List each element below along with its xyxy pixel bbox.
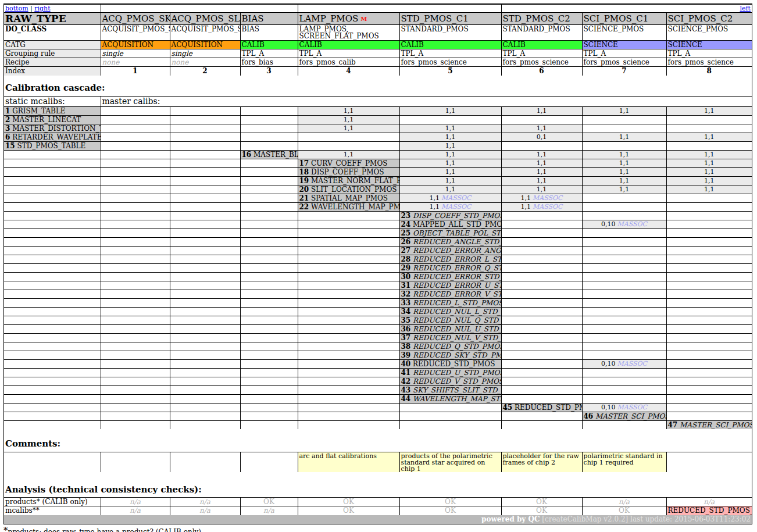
empty-cell (666, 394, 752, 403)
massoc-link[interactable]: MASSOC (617, 404, 647, 411)
empty-cell (101, 124, 170, 133)
massoc-link[interactable]: MASSOC (533, 194, 563, 202)
footnote-products: *products: does raw_type have a product?… (3, 527, 752, 532)
empty-cell (666, 211, 752, 220)
empty-cell (101, 281, 170, 290)
cascade-value-cell: 1,1 (298, 115, 399, 124)
right-link[interactable]: right (34, 5, 50, 12)
grouping-value: single (101, 49, 170, 58)
empty-cell (298, 359, 399, 368)
empty-cell (240, 272, 298, 281)
do-class-text: SCIENCE_PMOS (584, 25, 665, 33)
cascade-product-label: 44 WAVELENGTH_MAP_STD_P... (399, 394, 501, 403)
cascade-value-cell: 1,1 (399, 150, 501, 159)
massoc-link[interactable]: MASSOC (533, 203, 563, 210)
empty-cell (582, 298, 666, 307)
cascade-value-cell: 1,1 (582, 159, 666, 167)
do-class-value: ACQUISIT_PMOS_SKY (101, 25, 170, 41)
cascade-product-number: 22 (299, 203, 309, 211)
column-header-std_pmos_c2: STD_PMOS_C2 (501, 13, 582, 25)
empty-cell (666, 368, 752, 377)
cascade-value-cell: 1,1 (501, 176, 582, 185)
recipe-value: fors_pmos_science (666, 58, 752, 67)
empty-cell (582, 324, 666, 333)
empty-cell (101, 194, 170, 202)
empty-cell (582, 272, 666, 281)
empty-cell (170, 281, 240, 290)
empty-cell (101, 403, 170, 412)
header-table: bottom | rightleftRAW_TYPEACQ_PMOS_SKYAC… (4, 4, 752, 76)
empty-cell (298, 298, 399, 307)
cascade-count: 1,1 (344, 151, 354, 158)
cascade-product-number: 37 (401, 334, 411, 342)
powered-by-label: powered by QC (481, 515, 540, 523)
empty-cell (298, 246, 399, 255)
index-value: 2 (170, 67, 240, 76)
cascade-count: 1,1 (445, 177, 456, 184)
cascade-count: 1,1 (537, 177, 547, 184)
cascade-product-number: 47 (668, 421, 678, 429)
analysis-check-cell: OK (399, 498, 501, 506)
empty-cell (240, 368, 298, 377)
empty-cell (170, 237, 240, 246)
cascade-product-number: 46 (584, 412, 594, 420)
do-class-value: SCIENCE_PMOS (582, 25, 666, 41)
cascade-product-name: MASTER_LINECAT (10, 116, 81, 124)
cascade-product-label: 25 OBJECT_TABLE_POL_STD... (399, 228, 501, 237)
empty-cell (501, 272, 582, 281)
empty-cell (298, 333, 399, 342)
empty-cell (101, 290, 170, 298)
calib-map-frame: bottom | rightleftRAW_TYPEACQ_PMOS_SKYAC… (3, 3, 752, 524)
cascade-count: 1,1 (537, 124, 547, 132)
do-class-text: STANDARD_PMOS (503, 25, 581, 33)
empty-cell (582, 141, 666, 150)
cascade-product-name: SLIT_LOCATION_PMOS (309, 185, 397, 194)
empty-cell (170, 220, 240, 228)
empty-cell (582, 124, 666, 133)
empty-cell (666, 359, 752, 368)
do-class-value: ACQUISIT_PMOS_SLIT (170, 25, 240, 41)
cascade-value-cell: 0,10MASSOC (582, 403, 666, 412)
empty-cell (240, 342, 298, 351)
cascade-value-cell: 1,1 (666, 176, 752, 185)
cascade-product-name: SKY_SHIFTS_SLIT_STD_... (410, 386, 501, 394)
index-value: 1 (101, 67, 170, 76)
catg-value: SCIENCE (666, 41, 752, 49)
cascade-count: 1,1 (445, 142, 456, 149)
empty-cell (582, 307, 666, 316)
cascade-product-label: 19 MASTER_NORM_FLAT_PMO... (298, 176, 399, 185)
cascade-count: 1,1 (704, 177, 715, 184)
cascade-count: 0,10 (601, 220, 616, 228)
empty-cell (666, 385, 752, 394)
massoc-link[interactable]: MASSOC (617, 360, 647, 367)
empty-cell (501, 342, 582, 351)
recipe-value: fors_pmos_calib (298, 58, 399, 67)
cascade-value-cell: 1,1MASSOC (399, 194, 501, 202)
empty-cell (240, 307, 298, 316)
bottom-link[interactable]: bottom (5, 5, 28, 12)
cascade-product-label: 37 REDUCED_NUL_V_STD_PM... (399, 333, 501, 342)
grouping-value: TPL_A (666, 49, 752, 58)
cascade-product-label: 32 REDUCED_ERROR_V_STD_... (399, 290, 501, 298)
empty-cell (170, 351, 240, 359)
empty-cell (298, 324, 399, 333)
empty-cell (170, 272, 240, 281)
cascade-value-cell: 1,1 (582, 176, 666, 185)
empty-cell (298, 368, 399, 377)
cascade-product-number: 39 (401, 351, 411, 359)
massoc-link[interactable]: MASSOC (617, 220, 647, 228)
cascade-value-cell: 1,1 (582, 185, 666, 194)
do-class-text: LAMP_PMOS, SCREEN_FLAT_PMOS (299, 25, 398, 40)
cascade-product-number: 25 (401, 229, 411, 237)
empty-cell (170, 133, 240, 141)
cascade-product-name: DISP_COEFF_STD_PMOS (410, 212, 501, 220)
left-link[interactable]: left (740, 5, 751, 12)
empty-cell (501, 359, 582, 368)
cascade-value-cell: 1,1 (399, 124, 501, 133)
cascade-value-cell: 1,1MASSOC (501, 202, 582, 211)
cascade-product-label: 22 WAVELENGTH_MAP_PMOS (298, 202, 399, 211)
massoc-link[interactable]: MASSOC (441, 194, 472, 202)
massoc-link[interactable]: MASSOC (441, 203, 472, 210)
empty-cell (666, 141, 752, 150)
empty-cell (666, 246, 752, 255)
